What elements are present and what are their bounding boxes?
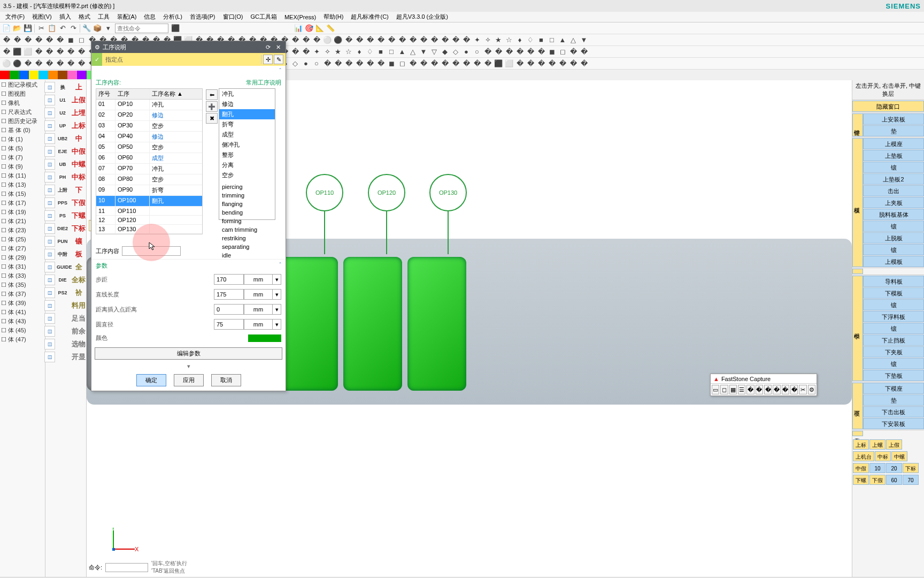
layer-label[interactable]: 开显 [70, 351, 87, 363]
dropdown-arrow-icon[interactable]: ▾ [273, 274, 281, 285]
grid-cell[interactable]: 20 [886, 463, 902, 473]
tree-item[interactable]: ☐ 图历史记录 [0, 117, 45, 126]
toolbar-icon[interactable]: � [536, 47, 546, 57]
close-icon[interactable]: ✕ [274, 43, 282, 51]
operation-grid[interactable]: 序号 工序 工序名称 ▲ 01OP10冲孔02OP20修边03OP30空步04O… [96, 88, 203, 234]
fs-tool-icon[interactable]: � [746, 385, 754, 394]
panel-button[interactable]: 下垫板 [863, 370, 924, 381]
redo-icon[interactable]: ↷ [68, 24, 79, 33]
save-icon[interactable]: 💾 [22, 24, 33, 33]
layer-label[interactable]: 下螺 [70, 210, 87, 222]
tree-item[interactable]: ☐ 基 体 (0) [0, 126, 45, 135]
list-item[interactable]: separating [219, 242, 275, 251]
panel-side-label[interactable]: 下模 [852, 383, 863, 429]
toolbar-icon[interactable]: ◻ [397, 59, 407, 69]
menu-item[interactable]: 视图(V) [29, 12, 55, 22]
layer-icon[interactable]: ◫ [44, 262, 55, 272]
panel-side-label[interactable]: 模板 [852, 138, 863, 267]
layer-label[interactable]: 全标 [70, 274, 87, 286]
toolbar-icon[interactable]: △ [407, 47, 418, 57]
apply-button[interactable]: 应用 [174, 374, 204, 386]
table-row[interactable]: 06OP60成型 [96, 153, 202, 164]
toolbar-icon[interactable]: ⚫ [333, 35, 343, 45]
toolbar-icon[interactable]: ◻ [557, 47, 568, 57]
tree-item[interactable]: ☐ 体 (27) [0, 244, 45, 253]
param-input[interactable] [214, 274, 244, 285]
grid-cell[interactable]: 10 [869, 463, 886, 473]
delete-icon[interactable]: ✖ [206, 113, 218, 124]
toolbar-icon[interactable]: ○ [311, 59, 322, 69]
panel-side-label[interactable]: 全标 [852, 431, 863, 436]
toolbar-icon[interactable]: ✧ [482, 35, 493, 45]
tree-item[interactable]: ☐ 体 (15) [0, 189, 45, 199]
tree-item[interactable]: ☐ 体 (11) [0, 171, 45, 180]
tool-icon[interactable]: 📏 [325, 24, 336, 33]
toolbar-icon[interactable]: ✦ [311, 47, 322, 57]
tree-item[interactable]: ☐ 体 (37) [0, 290, 45, 299]
panel-button[interactable]: 下击出板 [863, 406, 924, 417]
list-item[interactable]: 冲孔 [219, 89, 275, 99]
check-icon[interactable]: ✓ [91, 53, 102, 66]
layer-icon[interactable]: ◫ [44, 326, 55, 337]
copy-icon[interactable]: 📋 [47, 24, 57, 33]
panel-button[interactable]: 镶 [863, 220, 924, 232]
toolbar-icon[interactable]: ● [301, 59, 311, 69]
toolbar-icon[interactable]: ☆ [504, 35, 514, 45]
list-item[interactable]: 分离 [219, 160, 275, 170]
toolbar-icon[interactable]: � [514, 47, 525, 57]
toolbar-icon[interactable]: � [343, 59, 354, 69]
fs-tool-icon[interactable]: � [790, 385, 798, 394]
fs-tool-icon[interactable]: � [782, 385, 789, 394]
fs-tool-icon[interactable]: � [756, 385, 763, 394]
toolbar-icon[interactable]: � [76, 59, 87, 69]
tree-item[interactable]: ☐ 体 (13) [0, 180, 45, 189]
layer-icon[interactable]: ◫ [44, 172, 55, 182]
toolbar-icon[interactable]: ◆ [440, 47, 450, 57]
grid-cell[interactable]: 下螺 [853, 475, 869, 485]
tree-item[interactable]: ☐ 体 (29) [0, 253, 45, 262]
tree-item[interactable]: ☐ 图视图 [0, 89, 45, 98]
color-swatch[interactable] [38, 71, 48, 79]
panel-side-label[interactable]: 键件 [852, 113, 863, 136]
list-item[interactable]: forming [219, 217, 275, 225]
color-swatch[interactable] [10, 71, 19, 79]
toolbar-icon[interactable]: � [429, 59, 440, 69]
toolbar-icon[interactable]: � [440, 59, 450, 69]
toolbar-icon[interactable]: � [525, 59, 536, 69]
undo-icon[interactable]: ↶ [57, 24, 68, 33]
tree-item[interactable]: ☐ 体 (41) [0, 308, 45, 317]
layer-label[interactable]: 上假 [70, 94, 87, 106]
table-row[interactable]: 12OP120 [96, 216, 202, 225]
fs-tool-icon[interactable]: � [773, 385, 780, 394]
toolbar-icon[interactable]: ▲ [557, 35, 568, 45]
panel-button[interactable]: 镶 [863, 244, 924, 255]
panel-button[interactable]: 下模座 [863, 383, 924, 394]
menu-item[interactable]: 装配(A) [114, 12, 140, 22]
menu-item[interactable]: 工具 [95, 12, 113, 22]
toolbar-icon[interactable]: � [514, 59, 525, 69]
layer-icon[interactable]: ◫ [44, 146, 55, 157]
toolbar-icon[interactable]: � [322, 59, 333, 69]
tree-item[interactable]: ☐ 像机 [0, 98, 45, 108]
tree-item[interactable]: ☐ 体 (31) [0, 262, 45, 271]
toolbar-icon[interactable]: � [579, 47, 589, 57]
tree-item[interactable]: ☐ 体 (7) [0, 153, 45, 162]
toolbar-icon[interactable]: � [386, 35, 397, 45]
color-swatch[interactable] [48, 71, 58, 79]
toolbar-icon[interactable]: � [311, 35, 322, 45]
toolbar-icon[interactable]: ◇ [290, 59, 301, 69]
toolbar-icon[interactable]: � [33, 59, 44, 69]
toolbar-icon[interactable]: � [301, 35, 311, 45]
toolbar-icon[interactable]: � [301, 47, 311, 57]
list-item[interactable]: 整形 [219, 150, 275, 160]
toolbar-icon[interactable]: ▲ [397, 47, 407, 57]
toolbar-icon[interactable]: � [482, 47, 493, 57]
toolbar-icon[interactable]: � [461, 35, 472, 45]
panel-button[interactable]: 上模座 [863, 138, 924, 149]
fs-tool-icon[interactable]: ⚙ [808, 385, 815, 394]
tool-icon[interactable]: 📐 [314, 24, 325, 33]
tree-item[interactable]: ☐ 体 (35) [0, 280, 45, 290]
toolbar-icon[interactable]: � [65, 59, 76, 69]
menu-item[interactable]: GC工具箱 [247, 12, 280, 22]
tree-item[interactable]: ☐ 体 (5) [0, 144, 45, 153]
